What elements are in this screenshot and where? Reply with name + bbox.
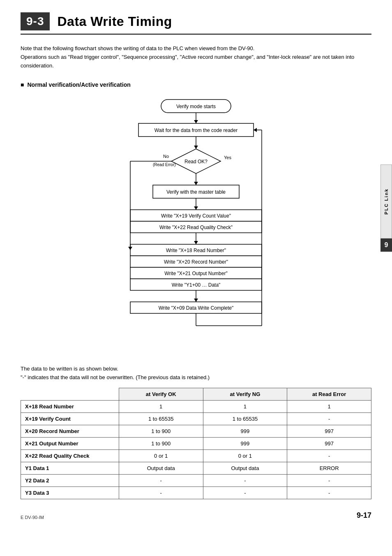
row-label: X+21 Output Number <box>21 437 119 449</box>
footer-doc-id: E DV-90-IM <box>21 515 44 520</box>
intro-line1: Note that the following flowchart shows … <box>21 44 371 53</box>
cell-verify-ok: - <box>119 486 203 499</box>
cell-verify-ok: 1 to 900 <box>119 425 203 437</box>
table-row: X+19 Verify Count 1 to 65535 1 to 65535 … <box>21 412 371 425</box>
data-text: The data to be written is as shown below… <box>21 365 371 382</box>
cell-verify-ok: 0 or 1 <box>119 449 203 462</box>
table-row: X+21 Output Number 1 to 900 999 997 <box>21 437 371 449</box>
cell-verify-ok: 1 to 65535 <box>119 412 203 425</box>
cell-read-error: - <box>287 449 371 462</box>
table-header-read-error: at Read Error <box>287 388 371 400</box>
cell-verify-ng: 999 <box>203 437 287 449</box>
cell-verify-ng: 1 to 65535 <box>203 412 287 425</box>
chapter-number-sidebar: 9 <box>380 239 392 252</box>
cell-read-error: - <box>287 412 371 425</box>
flowchart-container: Verify mode starts Wait for the data fro… <box>21 95 371 352</box>
svg-text:Write "X+21 Output Number": Write "X+21 Output Number" <box>164 271 227 276</box>
table-row: Y3 Data 3 - - - <box>21 486 371 499</box>
table-row: X+22 Read Quality Check 0 or 1 0 or 1 - <box>21 449 371 462</box>
svg-marker-3 <box>194 120 198 123</box>
table-header-verify-ok: at Verify OK <box>119 388 203 400</box>
svg-text:Yes: Yes <box>224 155 231 160</box>
cell-read-error: - <box>287 474 371 486</box>
page-footer: E DV-90-IM 9-17 <box>0 511 392 520</box>
cell-verify-ng: Output data <box>203 462 287 474</box>
svg-text:(Read Error): (Read Error) <box>153 162 176 167</box>
row-label: X+19 Verify Count <box>21 412 119 425</box>
row-label: Y3 Data 3 <box>21 486 119 499</box>
table-row: X+20 Record Number 1 to 900 999 997 <box>21 425 371 437</box>
intro-text: Note that the following flowchart shows … <box>21 44 371 70</box>
row-label: X+18 Read Number <box>21 400 119 412</box>
right-sidebar: PLC Link <box>380 164 392 239</box>
data-table: at Verify OK at Verify NG at Read Error … <box>21 388 371 499</box>
cell-verify-ok: - <box>119 474 203 486</box>
chapter-badge: 9-3 <box>21 12 50 30</box>
table-header-empty <box>21 388 119 400</box>
svg-marker-35 <box>194 299 198 302</box>
row-label: X+22 Read Quality Check <box>21 449 119 462</box>
svg-marker-15 <box>194 182 198 185</box>
table-row: X+18 Read Number 1 1 1 <box>21 400 371 412</box>
cell-verify-ok: Output data <box>119 462 203 474</box>
cell-verify-ng: 0 or 1 <box>203 449 287 462</box>
svg-marker-7 <box>194 146 198 149</box>
table-row: Y2 Data 2 - - - <box>21 474 371 486</box>
row-label: Y2 Data 2 <box>21 474 119 486</box>
cell-read-error: 997 <box>287 425 371 437</box>
table-row: Y1 Data 1 Output data Output data ERROR <box>21 462 371 474</box>
svg-marker-19 <box>194 206 198 210</box>
cell-verify-ok: 1 to 900 <box>119 437 203 449</box>
svg-text:No: No <box>163 154 169 159</box>
svg-text:Write "X+18 Read Number": Write "X+18 Read Number" <box>166 248 226 253</box>
svg-text:Write "X+19 Verify Count Value: Write "X+19 Verify Count Value" <box>161 213 231 219</box>
svg-marker-42 <box>254 128 257 132</box>
cell-verify-ng: - <box>203 474 287 486</box>
row-label: Y1 Data 1 <box>21 462 119 474</box>
svg-text:Read OK?: Read OK? <box>184 159 208 164</box>
cell-read-error: 1 <box>287 400 371 412</box>
cell-verify-ng: - <box>203 486 287 499</box>
cell-read-error: - <box>287 486 371 499</box>
svg-text:Verify mode starts: Verify mode starts <box>176 104 216 109</box>
svg-text:Write "X+22 Read Quality Check: Write "X+22 Read Quality Check" <box>159 225 233 230</box>
cell-verify-ok: 1 <box>119 400 203 412</box>
page-header: 9-3 Data Write Timing <box>21 12 371 35</box>
table-header-verify-ng: at Verify NG <box>203 388 287 400</box>
flowchart: Verify mode starts Wait for the data fro… <box>89 95 303 352</box>
svg-text:Wait for the data from the cod: Wait for the data from the code reader <box>154 127 238 133</box>
svg-text:Write "Y1+00 … Data": Write "Y1+00 … Data" <box>172 282 221 288</box>
row-label: X+20 Record Number <box>21 425 119 437</box>
section-heading: Normal verification/Active verification <box>21 81 371 88</box>
svg-marker-25 <box>194 241 198 244</box>
cell-read-error: 997 <box>287 437 371 449</box>
data-line1: The data to be written is as shown below… <box>21 365 371 373</box>
footer-page-number: 9-17 <box>357 511 371 520</box>
cell-verify-ng: 1 <box>203 400 287 412</box>
svg-text:Verify with the master table: Verify with the master table <box>166 189 226 195</box>
page-title: Data Write Timing <box>57 14 172 29</box>
svg-text:Write "X+20 Record Number": Write "X+20 Record Number" <box>164 259 228 265</box>
svg-text:Write "X+09 Data Write Complet: Write "X+09 Data Write Complete" <box>159 305 233 311</box>
intro-line2: Operations such as "Read trigger control… <box>21 53 371 70</box>
sidebar-label: PLC Link <box>384 188 389 215</box>
cell-verify-ng: 999 <box>203 425 287 437</box>
cell-read-error: ERROR <box>287 462 371 474</box>
data-line2: "-" indicates that the data will not be … <box>21 373 371 382</box>
